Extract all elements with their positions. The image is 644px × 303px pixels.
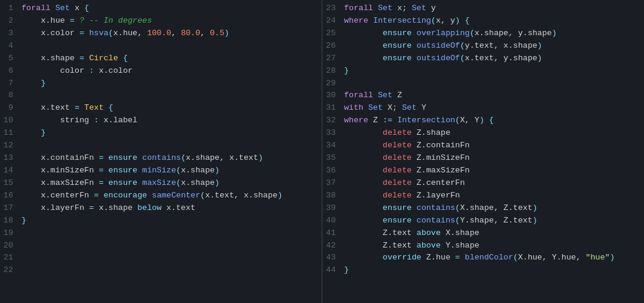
table-row: 38 delete Z.layerFn: [323, 190, 644, 202]
line-content: x.shape = Circle {: [21, 52, 317, 65]
table-row: 12: [0, 140, 321, 152]
code-token: [344, 191, 383, 200]
line-content: delete Z.layerFn: [344, 190, 639, 202]
code-token: :=: [383, 116, 392, 125]
line-content: x.maxSizeFn = ensure maxSize(x.shape): [21, 177, 317, 190]
code-token: Z.text: [344, 241, 417, 250]
line-number: 14: [0, 165, 21, 177]
code-token: [344, 178, 383, 187]
code-token: (: [431, 16, 436, 25]
code-token: ,: [200, 29, 210, 38]
code-token: Z.text: [344, 228, 417, 237]
table-row: 33 delete Z.shape: [323, 127, 644, 140]
code-token: }: [41, 79, 45, 88]
code-token: delete: [383, 128, 412, 137]
code-token: x.centerFn: [21, 191, 94, 200]
code-token: [344, 166, 383, 175]
line-number: 33: [323, 127, 344, 140]
line-content: x.hue = ? -- In degrees: [21, 15, 317, 27]
code-token: x.label: [99, 116, 138, 125]
code-token: where: [344, 116, 369, 125]
code-token: x.shape: [181, 178, 215, 187]
line-number: 20: [0, 240, 21, 252]
table-row: 26 ensure outsideOf(y.text, x.shape): [323, 40, 644, 52]
table-row: 19: [0, 227, 321, 240]
code-token: contains: [417, 216, 456, 225]
line-number: 29: [323, 78, 344, 90]
table-row: 27 ensure outsideOf(x.text, y.shape): [323, 52, 644, 65]
code-token: where: [344, 16, 369, 25]
code-token: contains: [417, 203, 456, 212]
line-number: 37: [323, 177, 344, 190]
line-number: 9: [0, 102, 21, 115]
line-number: 18: [0, 215, 21, 227]
code-token: ensure: [383, 203, 412, 212]
code-token: outsideOf: [417, 41, 460, 50]
code-token: outsideOf: [417, 54, 460, 63]
code-token: overlapping: [417, 29, 470, 38]
code-token: x.shape, y.shape: [475, 29, 552, 38]
table-row: 31with Set X; Set Y: [323, 102, 644, 115]
code-token: Set: [378, 4, 392, 13]
line-content: with Set X; Set Y: [344, 102, 639, 115]
code-token: Intersection: [397, 116, 455, 125]
code-token: x: [70, 4, 84, 13]
code-token: (: [460, 41, 465, 50]
code-token: [104, 153, 109, 162]
table-row: 25 ensure overlapping(x.shape, y.shape): [323, 27, 644, 40]
line-number: 16: [0, 190, 21, 202]
code-token: Set: [378, 91, 392, 100]
code-token: ): [532, 203, 537, 212]
code-token: [344, 203, 383, 212]
table-row: 2 x.hue = ? -- In degrees: [0, 15, 321, 27]
table-row: 5 x.shape = Circle {: [0, 52, 321, 65]
line-content: delete Z.containFn: [344, 140, 639, 152]
code-token: Z: [369, 116, 383, 125]
code-token: override: [383, 253, 422, 262]
code-token: ensure: [109, 166, 138, 175]
table-row: 23forall Set x; Set y: [323, 2, 644, 15]
line-number: 42: [323, 240, 344, 252]
code-token: x.text: [21, 103, 75, 112]
code-token: Set: [369, 103, 383, 112]
code-token: Z.hue: [422, 253, 456, 262]
code-token: =: [89, 203, 94, 212]
table-row: 11 }: [0, 127, 321, 140]
code-token: "hue": [586, 253, 610, 262]
code-token: (: [470, 29, 475, 38]
code-token: ): [215, 178, 219, 187]
table-row: 22: [0, 264, 321, 277]
code-token: x.containFn: [21, 153, 99, 162]
line-content: ensure overlapping(x.shape, y.shape): [344, 27, 639, 40]
table-row: 34 delete Z.containFn: [323, 140, 644, 152]
code-token: X.hue, Y.hue,: [518, 253, 586, 262]
line-number: 5: [0, 52, 21, 65]
line-number: 36: [323, 165, 344, 177]
line-number: 13: [0, 152, 21, 165]
code-token: [392, 116, 397, 125]
code-token: x, y: [436, 16, 455, 25]
code-token: [411, 29, 416, 38]
code-token: above: [417, 228, 441, 237]
code-token: X, Y: [460, 116, 479, 125]
line-number: 43: [323, 252, 344, 264]
code-token: [369, 16, 373, 25]
code-token: x.shape: [21, 54, 79, 63]
table-row: 14 x.minSizeFn = ensure minSize(x.shape): [0, 165, 321, 177]
code-token: Z.minSizeFn: [411, 153, 469, 162]
line-content: forall Set Z: [344, 89, 639, 102]
line-content: Z.text above X.shape: [344, 227, 639, 240]
line-content: x.color = hsva(x.hue, 100.0, 80.0, 0.5): [21, 27, 317, 40]
code-token: delete: [383, 141, 412, 150]
line-number: 4: [0, 40, 21, 52]
line-content: Z.text above Y.shape: [344, 240, 639, 252]
line-content: }: [344, 264, 639, 277]
code-token: ): [224, 29, 229, 38]
code-token: Z: [392, 91, 402, 100]
code-token: x.text, y.shape: [465, 54, 538, 63]
code-token: Z.maxSizeFn: [411, 166, 469, 175]
code-token: [411, 203, 416, 212]
code-token: delete: [383, 153, 412, 162]
table-row: 44}: [323, 264, 644, 277]
code-token: [137, 178, 142, 187]
